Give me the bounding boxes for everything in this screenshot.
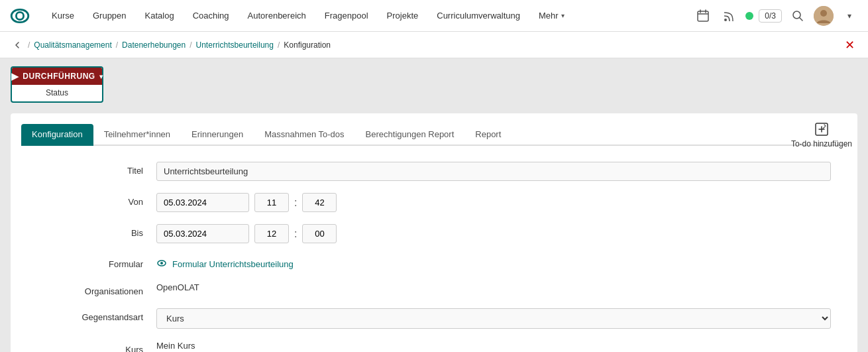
- svg-rect-0: [698, 11, 708, 21]
- nav-fragenpool[interactable]: Fragenpool: [315, 0, 378, 32]
- svg-point-1: [724, 19, 727, 21]
- page-wrapper: Kurse Gruppen Katalog Coaching Autorenbe…: [0, 0, 868, 352]
- status-card-header[interactable]: ▶ DURCHFÜHRUNG ▾: [12, 68, 102, 85]
- von-time-separator: :: [294, 197, 297, 209]
- kurs-label: Kurs: [37, 341, 156, 352]
- form-row-von: Von :: [21, 193, 847, 212]
- eye-icon: [156, 258, 167, 270]
- von-minute-input[interactable]: [302, 193, 337, 212]
- tab-berechtigungen[interactable]: Berechtigungen Report: [355, 124, 465, 146]
- nav-items: Kurse Gruppen Katalog Coaching Autorenbe…: [42, 0, 692, 32]
- status-card-header-label: DURCHFÜHRUNG: [23, 72, 95, 81]
- todo-add-label: To-do hinzufügen: [791, 139, 852, 148]
- von-label: Von: [37, 193, 156, 207]
- organisationen-label: Organisationen: [37, 282, 156, 296]
- user-menu-chevron-icon[interactable]: ▾: [839, 5, 860, 27]
- breadcrumb-bar: / Qualitätsmanagement / Datenerhebungen …: [0, 32, 868, 58]
- gegenstandsart-label: Gegenstandsart: [37, 308, 156, 322]
- online-status-dot: [745, 12, 753, 20]
- nav-coaching[interactable]: Coaching: [184, 0, 239, 32]
- status-card-chevron-icon: ▾: [99, 73, 103, 80]
- kurs-value: Mein Kurs: [156, 337, 195, 351]
- form-row-titel: Titel: [21, 162, 847, 181]
- logo[interactable]: [8, 4, 32, 28]
- organisationen-field: OpenOLAT: [156, 282, 831, 292]
- calendar-icon[interactable]: [692, 5, 714, 27]
- breadcrumb-back-button[interactable]: [11, 38, 24, 52]
- titel-field: [156, 162, 831, 181]
- bis-label: Bis: [37, 224, 156, 238]
- formular-label: Formular: [37, 255, 156, 269]
- formular-field: Formular Unterrichtsbeurteilung: [156, 255, 831, 270]
- von-hour-input[interactable]: [254, 193, 289, 212]
- feed-icon[interactable]: [719, 5, 740, 27]
- content-wrapper: ▶ DURCHFÜHRUNG ▾ Status To-do hinzufügen…: [0, 58, 868, 352]
- bis-hour-input[interactable]: [254, 224, 289, 243]
- tab-teilnehmer[interactable]: Teilnehmer*innen: [93, 124, 181, 146]
- content-panel: Konfiguration Teilnehmer*innen Erinnerun…: [11, 113, 857, 352]
- gegenstandsart-select[interactable]: Kurs Gruppe Curriculum: [156, 308, 831, 329]
- tab-erinnerungen[interactable]: Erinnerungen: [181, 124, 254, 146]
- search-icon[interactable]: [787, 5, 808, 27]
- tab-report[interactable]: Report: [464, 124, 512, 146]
- organisationen-value: OpenOLAT: [156, 278, 199, 292]
- form-row-gegenstandsart: Gegenstandsart Kurs Gruppe Curriculum: [21, 308, 847, 329]
- form-row-formular: Formular Formular Unterrichtsbeurteilung: [21, 255, 847, 270]
- breadcrumb-datenerhebungen[interactable]: Datenerhebungen: [122, 40, 186, 50]
- close-button[interactable]: ✕: [841, 37, 857, 53]
- kurs-field: Mein Kurs: [156, 341, 831, 351]
- nav-curriculumverwaltung[interactable]: Curriculumverwaltung: [427, 0, 529, 32]
- gegenstandsart-field: Kurs Gruppe Curriculum: [156, 308, 831, 329]
- status-card: ▶ DURCHFÜHRUNG ▾ Status: [11, 66, 103, 103]
- tabs-row: Konfiguration Teilnehmer*innen Erinnerun…: [21, 124, 847, 146]
- nav-gruppen[interactable]: Gruppen: [83, 0, 136, 32]
- avatar[interactable]: [814, 6, 834, 26]
- bis-minute-input[interactable]: [302, 224, 337, 243]
- nav-katalog[interactable]: Katalog: [136, 0, 184, 32]
- bis-time-separator: :: [294, 228, 297, 240]
- nav-mehr[interactable]: Mehr ▾: [529, 0, 574, 32]
- nav-right: 0/3 ▾: [692, 5, 860, 27]
- top-nav: Kurse Gruppen Katalog Coaching Autorenbe…: [0, 0, 868, 32]
- form-row-kurs: Kurs Mein Kurs: [21, 341, 847, 352]
- nav-autorenbereich[interactable]: Autorenbereich: [239, 0, 315, 32]
- titel-input[interactable]: [156, 162, 831, 181]
- svg-point-7: [160, 262, 163, 264]
- mehr-chevron-icon: ▾: [561, 12, 565, 19]
- breadcrumb-unterrichtsbeurteilung[interactable]: Unterrichtsbeurteilung: [196, 40, 274, 50]
- tab-massnahmen[interactable]: Massnahmen To-dos: [254, 124, 354, 146]
- nav-projekte[interactable]: Projekte: [378, 0, 428, 32]
- svg-point-2: [793, 11, 800, 19]
- tab-konfiguration[interactable]: Konfiguration: [21, 124, 93, 146]
- breadcrumb-qualitaetsmanagement[interactable]: Qualitätsmanagement: [34, 40, 111, 50]
- form-row-bis: Bis :: [21, 224, 847, 243]
- formular-link[interactable]: Formular Unterrichtsbeurteilung: [172, 259, 294, 269]
- titel-label: Titel: [37, 162, 156, 176]
- todo-add-button[interactable]: To-do hinzufügen: [791, 122, 852, 148]
- bis-field: :: [156, 224, 831, 243]
- status-card-status-label: Status: [46, 85, 68, 97]
- bis-date-input[interactable]: [156, 224, 249, 243]
- von-field: :: [156, 193, 831, 212]
- form-row-organisationen: Organisationen OpenOLAT: [21, 282, 847, 296]
- breadcrumb-konfiguration: Konfiguration: [284, 40, 331, 50]
- svg-point-4: [820, 10, 827, 17]
- notification-badge[interactable]: 0/3: [759, 9, 782, 23]
- nav-kurse[interactable]: Kurse: [42, 0, 83, 32]
- von-date-input[interactable]: [156, 193, 249, 212]
- play-icon: ▶: [11, 71, 19, 82]
